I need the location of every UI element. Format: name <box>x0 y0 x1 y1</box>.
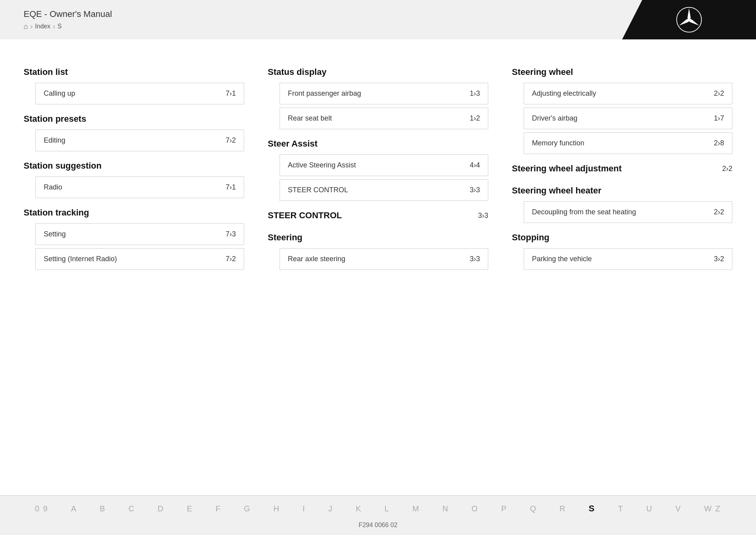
list-item[interactable]: Memory function 2›8 <box>524 132 732 154</box>
alpha-s-active[interactable]: S <box>589 503 595 514</box>
list-item[interactable]: Setting 7›3 <box>35 223 244 245</box>
item-label: STEER CONTROL <box>288 186 348 194</box>
alpha-m[interactable]: M <box>412 504 420 513</box>
alpha-b[interactable]: B <box>100 504 106 513</box>
list-item[interactable]: Editing 7›2 <box>35 130 244 151</box>
item-label: Rear axle steering <box>288 255 345 263</box>
item-ref: 4›4 <box>470 161 480 169</box>
alpha-r[interactable]: R <box>560 504 566 513</box>
item-label: Steering wheel adjustment <box>512 163 622 174</box>
list-item[interactable]: Rear seat belt 1›2 <box>280 108 488 129</box>
alpha-f[interactable]: F <box>215 504 221 513</box>
item-label: Memory function <box>532 139 584 147</box>
item-label: Active Steering Assist <box>288 161 356 169</box>
logo-area <box>622 0 756 39</box>
item-label: Calling up <box>44 89 75 98</box>
list-item[interactable]: Adjusting electrically 2›2 <box>524 83 732 104</box>
alpha-o[interactable]: O <box>472 504 479 513</box>
alpha-c[interactable]: C <box>128 504 135 513</box>
item-label: Editing <box>44 136 65 145</box>
alpha-g[interactable]: G <box>244 504 251 513</box>
column-3: Steering wheel Adjusting electrically 2›… <box>512 59 732 271</box>
item-ref: 7›1 <box>226 183 236 191</box>
list-item[interactable]: STEER CONTROL 3›3 <box>280 179 488 201</box>
section-steer-assist: Steer Assist <box>268 131 488 153</box>
item-label: Radio <box>44 183 62 191</box>
section-station-list: Station list <box>24 59 244 81</box>
list-item[interactable]: Driver's airbag 1›7 <box>524 108 732 129</box>
index-grid: Station list Calling up 7›1 Station pres… <box>24 59 732 271</box>
section-station-tracking: Station tracking <box>24 200 244 222</box>
alpha-h[interactable]: H <box>273 504 280 513</box>
item-ref: 2›8 <box>714 139 724 147</box>
document-title: EQE - Owner's Manual <box>24 9 112 19</box>
item-label: Setting (Internet Radio) <box>44 255 117 263</box>
list-item[interactable]: Rear axle steering 3›3 <box>280 248 488 270</box>
list-item[interactable]: Setting (Internet Radio) 7›2 <box>35 248 244 270</box>
item-ref: 3›3 <box>478 212 488 220</box>
item-label: Decoupling from the seat heating <box>532 208 636 216</box>
item-ref: 1›2 <box>470 114 480 123</box>
svg-point-4 <box>687 18 691 21</box>
list-item[interactable]: Active Steering Assist 4›4 <box>280 154 488 176</box>
list-item[interactable]: Front passenger airbag 1›3 <box>280 83 488 104</box>
home-icon[interactable]: ⌂ <box>24 22 28 31</box>
item-ref: 7›1 <box>226 89 236 98</box>
item-ref: 2›2 <box>722 165 732 173</box>
mercedes-logo <box>675 6 703 33</box>
section-station-suggestion: Station suggestion <box>24 153 244 175</box>
breadcrumb-sep-1: › <box>30 22 33 31</box>
item-label: Setting <box>44 230 66 238</box>
alpha-v[interactable]: V <box>675 504 681 513</box>
header: EQE - Owner's Manual ⌂ › Index › S <box>0 0 756 39</box>
item-ref: 1›7 <box>714 114 724 123</box>
item-ref: 3›3 <box>470 186 480 194</box>
item-ref: 3›3 <box>470 255 480 263</box>
item-ref: 7›3 <box>226 230 236 238</box>
section-steering-wheel-heater: Steering wheel heater <box>512 178 732 200</box>
alpha-wz[interactable]: W Z <box>704 504 721 513</box>
footer: 0 9 A B C D E F G H I J K L M N O P Q R … <box>0 495 756 535</box>
top-item-steering-wheel-adjustment[interactable]: Steering wheel adjustment 2›2 <box>512 156 732 178</box>
alpha-p[interactable]: P <box>501 504 507 513</box>
item-label: Adjusting electrically <box>532 89 596 98</box>
alpha-a[interactable]: A <box>71 504 77 513</box>
alpha-q[interactable]: Q <box>530 504 537 513</box>
section-steering: Steering <box>268 225 488 247</box>
column-2: Status display Front passenger airbag 1›… <box>268 59 488 271</box>
footer-code: F294 0066 02 <box>0 522 756 535</box>
breadcrumb-current: S <box>57 23 62 30</box>
list-item[interactable]: Decoupling from the seat heating 2›2 <box>524 201 732 223</box>
item-label: Rear seat belt <box>288 114 332 123</box>
alpha-k[interactable]: K <box>356 504 361 513</box>
item-label: Parking the vehicle <box>532 255 592 263</box>
alpha-e[interactable]: E <box>187 504 193 513</box>
list-item[interactable]: Parking the vehicle 3›2 <box>524 248 732 270</box>
alpha-l[interactable]: L <box>384 504 389 513</box>
section-status-display: Status display <box>268 59 488 81</box>
list-item[interactable]: Calling up 7›1 <box>35 83 244 104</box>
item-ref: 2›2 <box>714 89 724 98</box>
alpha-d[interactable]: D <box>158 504 164 513</box>
header-left: EQE - Owner's Manual ⌂ › Index › S <box>24 9 112 31</box>
alpha-n[interactable]: N <box>442 504 448 513</box>
alpha-t[interactable]: T <box>618 504 623 513</box>
item-ref: 7›2 <box>226 136 236 145</box>
alpha-09[interactable]: 0 9 <box>35 504 48 513</box>
alpha-j[interactable]: J <box>328 504 333 513</box>
alpha-u[interactable]: U <box>646 504 652 513</box>
column-1: Station list Calling up 7›1 Station pres… <box>24 59 244 271</box>
item-ref: 1›3 <box>470 89 480 98</box>
alpha-i[interactable]: I <box>303 504 306 513</box>
list-item[interactable]: Radio 7›1 <box>35 176 244 198</box>
top-item-steer-control[interactable]: STEER CONTROL 3›3 <box>268 202 488 225</box>
svg-marker-1 <box>687 8 691 20</box>
section-station-presets: Station presets <box>24 106 244 128</box>
section-stopping: Stopping <box>512 225 732 247</box>
item-label: Front passenger airbag <box>288 89 361 98</box>
breadcrumb-sep-2: › <box>53 22 55 31</box>
breadcrumb: ⌂ › Index › S <box>24 22 112 31</box>
item-ref: 3›2 <box>714 255 724 263</box>
section-steering-wheel: Steering wheel <box>512 59 732 81</box>
breadcrumb-index[interactable]: Index <box>35 23 50 30</box>
